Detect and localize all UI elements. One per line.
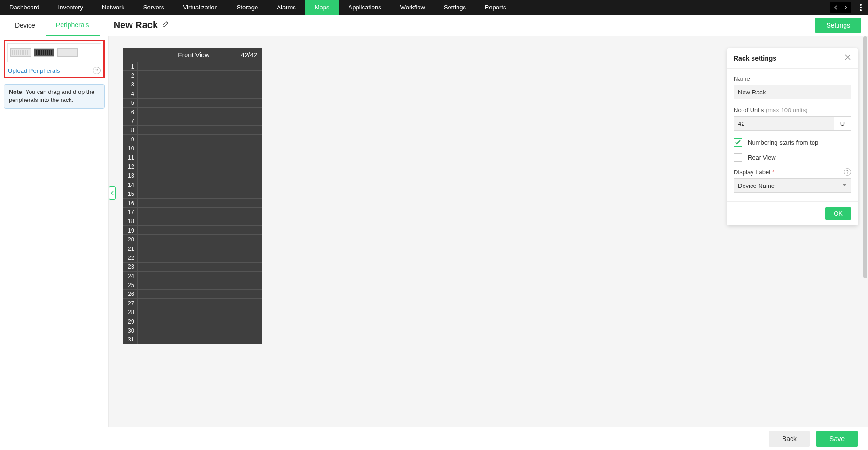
rack-unit-slot[interactable] [137, 326, 244, 334]
rack-unit-row[interactable]: 2 [123, 70, 262, 79]
rack-unit-slot[interactable] [137, 235, 244, 243]
rack-unit-slot[interactable] [137, 253, 244, 262]
nav-item-network[interactable]: Network [93, 0, 134, 15]
rack-unit-row[interactable]: 25 [123, 280, 262, 289]
rack-unit-slot[interactable] [137, 290, 244, 298]
rack-unit-slot[interactable] [137, 89, 244, 98]
rack-unit-row[interactable]: 30 [123, 326, 262, 334]
upload-peripherals-link[interactable]: Upload Peripherals [8, 67, 60, 74]
more-menu-button[interactable] [854, 0, 868, 15]
rack-unit-row[interactable]: 10 [123, 144, 262, 153]
rack-unit-slot[interactable] [137, 108, 244, 116]
rack-unit-slot[interactable] [137, 272, 244, 280]
rear-view-checkbox[interactable]: Rear View [734, 153, 851, 162]
rack-unit-slot[interactable] [137, 299, 244, 307]
rack-unit-row[interactable]: 1 [123, 62, 262, 70]
rack-unit-row[interactable]: 18 [123, 217, 262, 225]
rack-unit-row[interactable]: 20 [123, 234, 262, 243]
rack-unit-row[interactable]: 6 [123, 107, 262, 116]
rack-unit-row[interactable]: 13 [123, 171, 262, 180]
rack-unit-row[interactable]: 3 [123, 80, 262, 89]
help-icon[interactable]: ? [844, 168, 851, 176]
svg-point-2 [860, 9, 862, 11]
settings-button[interactable]: Settings [815, 18, 861, 33]
rack-unit-row[interactable]: 11 [123, 153, 262, 162]
nav-item-virtualization[interactable]: Virtualization [174, 0, 227, 15]
rack-unit-row[interactable]: 27 [123, 298, 262, 307]
nav-item-reports[interactable]: Reports [475, 0, 516, 15]
rack-unit-row[interactable]: 26 [123, 289, 262, 298]
rack-unit-slot[interactable] [137, 116, 244, 125]
nav-item-settings[interactable]: Settings [434, 0, 475, 15]
rack-unit-slot[interactable] [137, 135, 244, 143]
rack-unit-row[interactable]: 22 [123, 253, 262, 262]
nav-item-storage[interactable]: Storage [227, 0, 268, 15]
rack-unit-row[interactable]: 23 [123, 262, 262, 271]
rack-unit-slot[interactable] [137, 226, 244, 234]
rack-unit-row[interactable]: 14 [123, 180, 262, 189]
rack-unit-slot[interactable] [137, 171, 244, 180]
rack-unit-slot[interactable] [137, 62, 244, 70]
rack-unit-slot[interactable] [137, 263, 244, 271]
rack-unit-row[interactable]: 7 [123, 116, 262, 125]
peripheral-item-3[interactable] [57, 48, 78, 57]
nav-item-dashboard[interactable]: Dashboard [0, 0, 49, 15]
rack-unit-row[interactable]: 31 [123, 335, 262, 344]
rack-unit-row[interactable]: 5 [123, 98, 262, 107]
help-icon[interactable]: ? [93, 67, 101, 74]
rack-unit-row[interactable]: 15 [123, 189, 262, 198]
tab-device[interactable]: Device [5, 15, 46, 36]
close-icon[interactable] [845, 54, 851, 62]
rack-unit-row[interactable]: 4 [123, 89, 262, 98]
nav-forward-button[interactable] [841, 2, 851, 13]
rack-unit-slot[interactable] [137, 317, 244, 326]
peripheral-item-2[interactable] [34, 48, 54, 57]
rack-unit-slot[interactable] [137, 335, 244, 344]
vertical-scrollbar[interactable] [862, 36, 867, 427]
rack-unit-slot[interactable] [137, 162, 244, 171]
rack-unit-slot[interactable] [137, 126, 244, 134]
rack-unit-row[interactable]: 29 [123, 317, 262, 326]
nav-item-applications[interactable]: Applications [339, 0, 391, 15]
rack-unit-slot[interactable] [137, 208, 244, 216]
rack-unit-slot[interactable] [137, 153, 244, 162]
nav-item-servers[interactable]: Servers [134, 0, 174, 15]
edit-title-icon[interactable] [162, 21, 169, 30]
rack-unit-row[interactable]: 17 [123, 207, 262, 216]
rack-unit-slot[interactable] [137, 180, 244, 189]
rack-unit-slot[interactable] [137, 99, 244, 107]
rack-unit-slot[interactable] [137, 144, 244, 153]
rack-unit-slot[interactable] [137, 280, 244, 289]
nav-item-workflow[interactable]: Workflow [391, 0, 434, 15]
rack-unit-slot[interactable] [137, 71, 244, 79]
rack-unit-slot[interactable] [137, 80, 244, 89]
rack-unit-slot[interactable] [137, 189, 244, 198]
rack-unit-row[interactable]: 21 [123, 244, 262, 253]
name-input[interactable] [734, 85, 851, 99]
rack-unit-row[interactable]: 8 [123, 125, 262, 134]
nav-item-alarms[interactable]: Alarms [267, 0, 305, 15]
rack-unit-row[interactable]: 19 [123, 225, 262, 234]
rack-unit-row[interactable]: 9 [123, 134, 262, 143]
nav-back-button[interactable] [830, 2, 841, 13]
rack-unit-slot[interactable] [137, 199, 244, 207]
numbering-from-top-checkbox[interactable]: Numbering starts from top [734, 138, 851, 147]
rack-unit-slot[interactable] [137, 308, 244, 317]
rack-unit-number: 11 [123, 154, 137, 161]
units-input[interactable] [734, 116, 834, 131]
display-label-select[interactable]: Device Name [734, 178, 851, 193]
ok-button[interactable]: OK [825, 207, 851, 220]
back-button[interactable]: Back [769, 431, 810, 447]
rack-unit-slot[interactable] [137, 244, 244, 253]
rack-unit-row[interactable]: 28 [123, 308, 262, 317]
peripheral-item-1[interactable] [10, 48, 31, 57]
rack-unit-row[interactable]: 16 [123, 198, 262, 207]
rack-unit-row[interactable]: 24 [123, 271, 262, 280]
rack-unit-slot[interactable] [137, 217, 244, 225]
nav-item-inventory[interactable]: Inventory [49, 0, 93, 15]
collapse-sidebar-button[interactable] [109, 186, 116, 200]
nav-item-maps[interactable]: Maps [305, 0, 339, 15]
tab-peripherals[interactable]: Peripherals [46, 15, 100, 36]
save-button[interactable]: Save [816, 431, 858, 447]
rack-unit-row[interactable]: 12 [123, 162, 262, 171]
